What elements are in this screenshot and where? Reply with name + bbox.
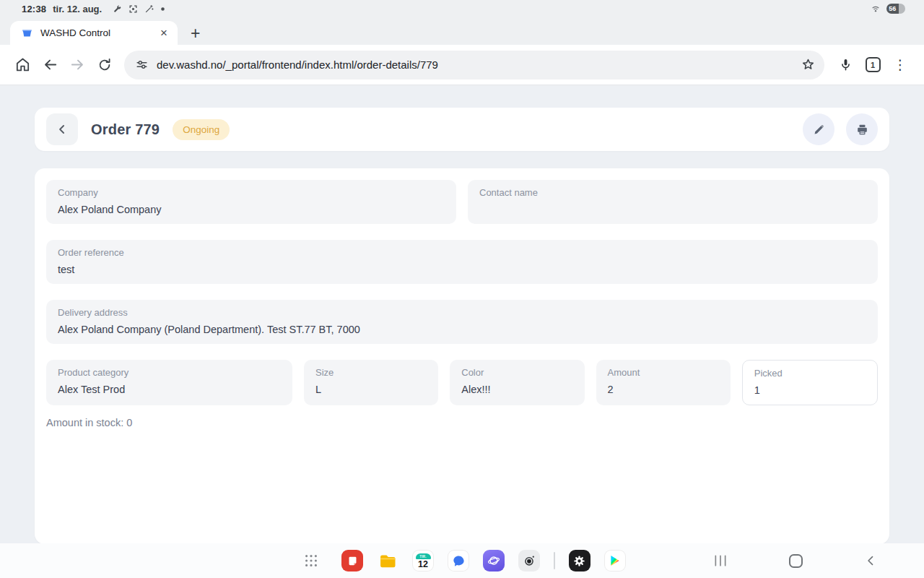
new-tab-button[interactable]: + [191, 26, 200, 40]
browser-toolbar: dev.washd.no/_portal/frontend/index.html… [0, 45, 924, 85]
order-reference-field[interactable]: Order reference test [46, 240, 878, 284]
tab-strip: WASHD Control × + [0, 17, 924, 45]
forward-button[interactable] [64, 51, 91, 79]
battery-indicator: 56 [886, 4, 905, 14]
back-button[interactable] [36, 51, 64, 79]
battery-percent: 56 [886, 5, 899, 12]
url-bar[interactable]: dev.washd.no/_portal/frontend/index.html… [124, 51, 824, 79]
back-nav-button[interactable] [855, 545, 886, 577]
close-tab-icon[interactable]: × [156, 25, 172, 41]
product-row: Product category Alex Test Prod Size L C… [46, 360, 878, 405]
color-value: Alex!!! [461, 384, 572, 396]
home-nav-button[interactable] [780, 545, 811, 577]
internet-browser-app-icon[interactable] [483, 550, 505, 571]
color-label: Color [461, 367, 572, 378]
tab-title: WASHD Control [40, 27, 149, 38]
calendar-weekday: TIR. [416, 553, 431, 559]
contact-name-label: Contact name [479, 187, 866, 198]
delivery-address-field[interactable]: Delivery address Alex Poland Company (Po… [46, 300, 878, 344]
camera-app-icon[interactable] [518, 550, 540, 571]
magic-wand-icon [144, 4, 154, 14]
contact-name-value [479, 204, 866, 216]
field-row: Delivery address Alex Poland Company (Po… [46, 300, 878, 344]
wrench-icon [113, 4, 122, 14]
clock: 12:38 [22, 4, 46, 14]
field-row: Company Alex Poland Company Contact name [46, 180, 878, 224]
url-text[interactable]: dev.washd.no/_portal/frontend/index.html… [157, 59, 793, 71]
tab-switcher-button[interactable]: 1 [859, 51, 886, 79]
wifi-icon [870, 4, 881, 14]
settings-app-icon[interactable] [569, 550, 590, 571]
kebab-icon: ⋮ [894, 56, 907, 73]
product-category-label: Product category [58, 367, 281, 378]
dock-divider [554, 552, 555, 569]
browser-menu-button[interactable]: ⋮ [886, 51, 914, 79]
size-label: Size [315, 367, 427, 378]
voice-search-icon[interactable] [832, 51, 859, 79]
bookmark-star-icon[interactable] [801, 57, 816, 72]
calendar-app-icon[interactable]: TIR. 12 [412, 550, 434, 571]
field-row: Order reference test [46, 240, 878, 284]
color-field[interactable]: Color Alex!!! [450, 360, 584, 405]
order-back-button[interactable] [46, 113, 78, 145]
play-store-app-icon[interactable] [604, 550, 626, 571]
order-header-card: Order 779 Ongoing [35, 108, 889, 151]
amount-label: Amount [608, 367, 719, 378]
washd-favicon-icon [21, 27, 33, 39]
notes-app-icon[interactable] [341, 550, 363, 571]
contact-name-field[interactable]: Contact name [468, 180, 878, 224]
calendar-day: 12 [418, 559, 428, 570]
my-files-app-icon[interactable] [377, 550, 398, 571]
screenshot-icon [128, 4, 138, 14]
screen: 12:38 tir. 12. aug. 56 [0, 0, 924, 578]
size-value: L [315, 384, 427, 396]
app-drawer-icon[interactable] [300, 550, 322, 571]
browser-tab-washd-control[interactable]: WASHD Control × [10, 21, 178, 45]
home-button[interactable] [9, 51, 36, 79]
stock-note: Amount in stock: 0 [46, 417, 878, 428]
order-details-card: Company Alex Poland Company Contact name… [35, 168, 889, 544]
company-label: Company [58, 187, 445, 198]
product-category-field[interactable]: Product category Alex Test Prod [46, 360, 292, 405]
order-reference-label: Order reference [58, 247, 866, 258]
page-title: Order 779 [91, 121, 160, 138]
delivery-address-value: Alex Poland Company (Poland Department).… [58, 324, 866, 336]
company-value: Alex Poland Company [58, 204, 445, 216]
status-badge: Ongoing [173, 119, 230, 140]
picked-label: Picked [754, 368, 866, 379]
product-category-value: Alex Test Prod [58, 384, 281, 396]
page-content: Order 779 Ongoing Company Alex Poland Co… [0, 86, 924, 543]
print-button[interactable] [846, 113, 878, 145]
messages-app-icon[interactable] [448, 550, 469, 571]
recent-apps-button[interactable] [705, 545, 736, 577]
tab-count: 1 [866, 57, 881, 72]
delivery-address-label: Delivery address [58, 307, 866, 318]
play-triangle-icon [609, 555, 621, 566]
reload-button[interactable] [91, 51, 118, 79]
site-settings-icon[interactable] [135, 58, 149, 72]
amount-field[interactable]: Amount 2 [596, 360, 731, 405]
order-reference-value: test [58, 264, 866, 276]
picked-value: 1 [754, 384, 866, 397]
amount-value: 2 [608, 384, 719, 396]
status-bar: 12:38 tir. 12. aug. 56 [0, 0, 924, 17]
size-field[interactable]: Size L [304, 360, 438, 405]
taskbar: TIR. 12 [0, 543, 924, 578]
company-field[interactable]: Company Alex Poland Company [46, 180, 456, 224]
status-date: tir. 12. aug. [53, 4, 102, 14]
notification-dot-icon [160, 7, 165, 12]
edit-button[interactable] [803, 113, 834, 145]
picked-input-field[interactable]: Picked 1 [742, 360, 878, 405]
